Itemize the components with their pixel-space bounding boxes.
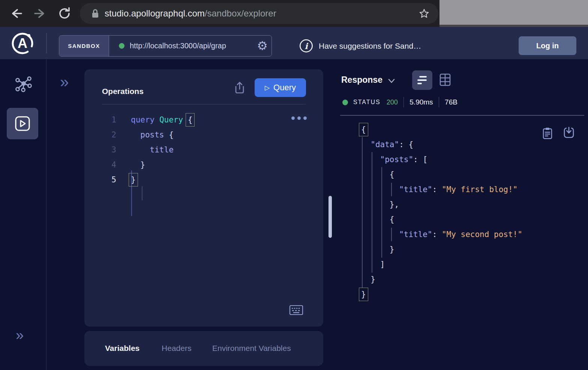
indent-guide bbox=[142, 186, 142, 200]
code-line: 1 query Query { bbox=[84, 112, 323, 127]
response-panel: Response STATUS 200 5.90ms 76B bbox=[339, 59, 588, 370]
schema-graph-icon[interactable] bbox=[15, 76, 32, 93]
run-query-button[interactable]: ▷ Query bbox=[255, 78, 306, 97]
json-line: } bbox=[339, 287, 588, 302]
tab-headers[interactable]: Headers bbox=[162, 344, 191, 353]
response-divider bbox=[340, 115, 584, 116]
indent-guide bbox=[362, 137, 363, 288]
line-number: 1 bbox=[84, 112, 116, 127]
operations-title: Operations bbox=[102, 87, 144, 96]
code-line: 2 posts { bbox=[84, 127, 323, 142]
gear-icon[interactable]: ⚙ bbox=[257, 38, 268, 53]
code-line: 3 title bbox=[84, 142, 323, 157]
matching-bracket: { bbox=[361, 125, 366, 134]
operation-menu-icon[interactable] bbox=[291, 116, 307, 120]
share-icon[interactable] bbox=[234, 81, 245, 94]
matching-bracket: } bbox=[131, 175, 136, 184]
sidebar-divider bbox=[46, 59, 46, 370]
url-path: /sandbox/explorer bbox=[205, 8, 276, 18]
back-icon[interactable] bbox=[9, 7, 22, 20]
forward-icon[interactable] bbox=[34, 7, 47, 20]
status-label: STATUS bbox=[353, 99, 381, 106]
json-line: { bbox=[339, 122, 588, 137]
suggestions-banner[interactable]: i Have suggestions for Sand… bbox=[299, 39, 421, 53]
response-dropdown[interactable]: Response bbox=[341, 75, 395, 85]
json-line: } bbox=[339, 242, 588, 257]
json-line: } bbox=[339, 272, 588, 287]
explorer-play-icon bbox=[14, 115, 31, 132]
code-line: 4 } bbox=[84, 157, 323, 172]
endpoint-status-dot bbox=[119, 43, 124, 49]
line-number: 3 bbox=[84, 142, 116, 157]
response-duration: 5.90ms bbox=[410, 98, 433, 106]
json-line: "title": "My first blog!" bbox=[339, 182, 588, 197]
line-number: 5 bbox=[84, 172, 116, 187]
url-host: studio.apollographql.com bbox=[105, 8, 205, 18]
status-dot bbox=[342, 100, 348, 105]
graphql-editor[interactable]: 1 query Query { 2 posts { 3 title 4 } 5 … bbox=[84, 112, 323, 191]
line-number: 2 bbox=[84, 127, 116, 142]
bookmark-star-icon[interactable] bbox=[419, 8, 429, 19]
chevron-down-icon bbox=[388, 78, 395, 84]
app-header: A SANDBOX http://localhost:3000/api/grap… bbox=[0, 27, 588, 59]
indent-guide bbox=[391, 183, 392, 196]
operations-panel: Operations ▷ Query 1 query Query { 2 pos… bbox=[84, 69, 323, 327]
info-icon: i bbox=[299, 39, 313, 53]
play-icon: ▷ bbox=[265, 84, 270, 92]
json-line: { bbox=[339, 167, 588, 182]
endpoint-url-text[interactable]: http://localhost:3000/api/grap bbox=[130, 42, 242, 50]
apollo-logo: A bbox=[10, 31, 34, 55]
svg-text:A: A bbox=[18, 36, 27, 51]
indent-guide bbox=[391, 228, 392, 241]
desktop-area bbox=[440, 0, 588, 25]
matching-bracket: { bbox=[188, 115, 193, 124]
login-button[interactable]: Log in bbox=[519, 36, 576, 55]
keyboard-shortcuts-icon[interactable] bbox=[289, 304, 303, 316]
sidebar-item-explorer[interactable] bbox=[7, 108, 38, 139]
reload-icon[interactable] bbox=[58, 7, 71, 20]
url-bar[interactable]: studio.apollographql.com/sandbox/explore… bbox=[80, 3, 438, 24]
indent-guide bbox=[372, 152, 372, 273]
json-line: { bbox=[339, 212, 588, 227]
json-line: "data": { bbox=[339, 137, 588, 152]
raw-view-toggle[interactable] bbox=[412, 70, 432, 90]
response-json[interactable]: { "data": { "posts": [ { "title": "My fi… bbox=[339, 122, 588, 302]
tab-environment-variables[interactable]: Environment Variables bbox=[212, 344, 291, 353]
table-view-toggle[interactable] bbox=[439, 73, 451, 87]
sandbox-badge: SANDBOX bbox=[59, 36, 109, 56]
documentation-expand-icon[interactable]: » bbox=[60, 76, 69, 88]
main-content: » » Operations ▷ Query 1 query Query { 2… bbox=[0, 59, 588, 370]
json-line: ] bbox=[339, 257, 588, 272]
matching-bracket: } bbox=[361, 290, 366, 299]
browser-chrome: studio.apollographql.com/sandbox/explore… bbox=[0, 0, 588, 27]
json-line: }, bbox=[339, 197, 588, 212]
url-text: studio.apollographql.com/sandbox/explore… bbox=[105, 8, 276, 19]
code-line-active: 5 } bbox=[84, 172, 323, 187]
endpoint-url-field[interactable]: http://localhost:3000/api/grap ⚙ bbox=[109, 36, 272, 56]
header-divider bbox=[46, 33, 47, 53]
status-code: 200 bbox=[387, 98, 398, 106]
response-size: 76B bbox=[445, 98, 458, 106]
tab-variables[interactable]: Variables bbox=[105, 344, 140, 353]
svg-text:i: i bbox=[304, 41, 309, 51]
variables-panel: Variables Headers Environment Variables bbox=[84, 331, 323, 366]
response-title: Response bbox=[341, 75, 382, 85]
pane-resize-handle[interactable] bbox=[328, 196, 332, 238]
line-number: 4 bbox=[84, 157, 116, 172]
run-query-label: Query bbox=[273, 83, 296, 92]
json-line: "title": "My second post!" bbox=[339, 227, 588, 242]
json-line: "posts": [ bbox=[339, 152, 588, 167]
status-row: STATUS 200 5.90ms 76B bbox=[342, 97, 458, 108]
suggestions-banner-text: Have suggestions for Sand… bbox=[319, 42, 421, 51]
status-separator bbox=[439, 97, 440, 107]
endpoint-chip: SANDBOX http://localhost:3000/api/grap ⚙ bbox=[59, 35, 272, 57]
sidebar-expand-icon[interactable]: » bbox=[16, 330, 24, 341]
indent-guide bbox=[381, 167, 382, 258]
lock-icon bbox=[91, 8, 99, 19]
status-separator bbox=[404, 97, 404, 107]
operations-divider bbox=[102, 104, 306, 104]
